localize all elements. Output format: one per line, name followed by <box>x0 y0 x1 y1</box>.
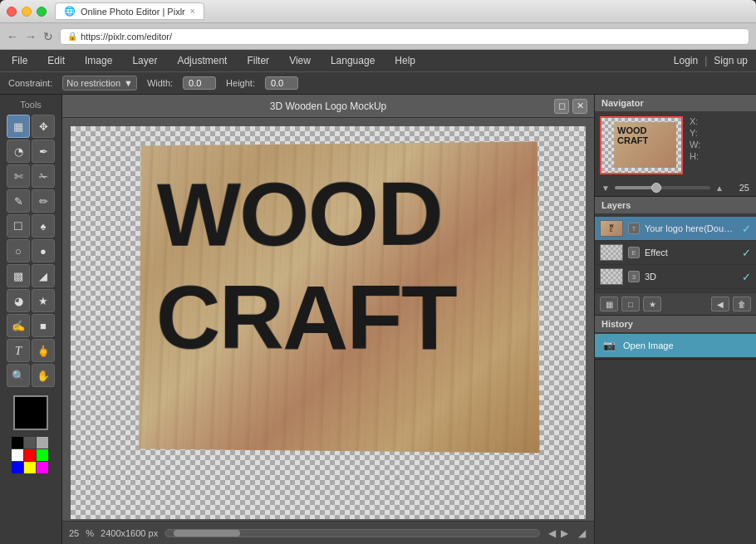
layer-thumb-text-0: WC <box>610 224 614 233</box>
scroll-left-button[interactable]: ◀ <box>547 527 557 539</box>
slice-tool[interactable]: ✁ <box>32 164 55 188</box>
menu-help[interactable]: Help <box>391 53 419 68</box>
browser-tab[interactable]: 🌐 Online Photo Editor | Pixlr × <box>55 2 204 20</box>
menu-separator: | <box>704 55 707 66</box>
layer-row-2[interactable]: 3 3D ✓ <box>595 265 756 289</box>
layers-mask-button[interactable]: □ <box>621 297 640 311</box>
crop-tool[interactable]: ✄ <box>7 164 30 188</box>
menu-auth: Login | Sign up <box>674 55 748 66</box>
horizontal-scrollbar[interactable] <box>164 529 540 537</box>
pencil-tool[interactable]: ✏ <box>32 189 55 213</box>
smudge-tool[interactable]: ★ <box>32 289 55 312</box>
back-button[interactable]: ← <box>7 30 18 43</box>
menu-adjustment[interactable]: Adjustment <box>174 53 230 68</box>
eyedropper-tool[interactable]: 🖕 <box>32 339 55 362</box>
color-cell-7[interactable] <box>24 462 36 473</box>
menu-image[interactable]: Image <box>81 53 115 68</box>
layer-thumb-1 <box>600 244 623 261</box>
constraint-dropdown-icon: ▼ <box>124 78 133 88</box>
color-cell-6[interactable] <box>12 462 23 473</box>
menu-view[interactable]: View <box>286 53 314 68</box>
color-cell-1[interactable] <box>24 437 36 448</box>
navigator-content: WOODCRAFT X: Y: W: <box>595 111 756 179</box>
gradient-tool[interactable]: ▩ <box>7 264 30 287</box>
pen-tool[interactable]: ✍ <box>7 314 30 337</box>
history-item-0[interactable]: 📷 Open Image <box>595 334 756 357</box>
magic-wand-tool[interactable]: ✒ <box>32 140 55 163</box>
canvas-wrapper[interactable]: WOOD CRAFT 25 % 2400x1600 px ◀ ▶ ◢ <box>62 118 594 544</box>
menu-layer[interactable]: Layer <box>129 53 160 68</box>
login-button[interactable]: Login <box>674 55 698 66</box>
scroll-thumb[interactable] <box>174 530 240 537</box>
color-cell-5[interactable] <box>37 449 48 461</box>
constraint-select[interactable]: No restriction ▼ <box>62 76 137 91</box>
tool-row-5: ☐ ♠ <box>3 214 58 238</box>
color-cell-2[interactable] <box>37 437 48 448</box>
color-cell-8[interactable] <box>37 462 48 473</box>
tab-spacer <box>208 10 374 13</box>
brush-tool[interactable]: ✎ <box>7 189 30 213</box>
forward-button[interactable]: → <box>25 30 37 43</box>
shape-tool[interactable]: ■ <box>32 314 55 337</box>
nav-h-row: H: <box>690 151 704 161</box>
refresh-button[interactable]: ↻ <box>43 30 53 43</box>
tab-close-button[interactable]: × <box>190 7 195 16</box>
checkerboard-bg: WOOD CRAFT <box>71 126 586 519</box>
width-value[interactable]: 0.0 <box>183 76 216 90</box>
scroll-arrows: ◀ ▶ <box>547 527 570 539</box>
layer-visible-2[interactable]: ✓ <box>742 271 751 283</box>
menu-language[interactable]: Language <box>327 53 378 68</box>
eraser-tool[interactable]: ☐ <box>7 214 30 238</box>
dodge-tool[interactable]: ○ <box>7 239 30 262</box>
signup-button[interactable]: Sign up <box>714 55 748 66</box>
canvas-close-button[interactable]: ✕ <box>572 99 587 114</box>
zoom-decrease-button[interactable]: ▼ <box>601 184 610 193</box>
scroll-corner-button[interactable]: ◢ <box>577 527 587 539</box>
hand-tool[interactable]: ✋ <box>32 364 55 387</box>
scroll-right-button[interactable]: ▶ <box>559 527 570 539</box>
zoom-tool[interactable]: 🔍 <box>7 364 30 387</box>
nav-thumb-wood: WOODCRAFT <box>614 122 676 168</box>
text-tool[interactable]: T <box>7 339 30 362</box>
layer-visible-0[interactable]: ✓ <box>742 223 751 235</box>
move-tool[interactable]: ✥ <box>32 115 55 138</box>
blur-tool[interactable]: ◕ <box>7 289 30 312</box>
maximize-button[interactable] <box>37 7 47 17</box>
fill-tool[interactable]: ◢ <box>32 264 55 287</box>
menu-edit[interactable]: Edit <box>44 53 68 68</box>
color-cell-0[interactable] <box>12 437 23 448</box>
constraint-value: No restriction <box>66 78 120 88</box>
history-content: 📷 Open Image <box>595 332 756 359</box>
height-value[interactable]: 0.0 <box>265 76 298 90</box>
layer-row-1[interactable]: E Effect ✓ <box>595 241 756 265</box>
foreground-color-swatch[interactable] <box>13 395 48 430</box>
color-cell-4[interactable] <box>24 449 36 461</box>
address-field[interactable]: 🔒 https://pixlr.com/editor/ <box>60 28 749 45</box>
layer-visible-1[interactable]: ✓ <box>742 247 751 259</box>
close-button[interactable] <box>7 7 17 17</box>
layer-name-2: 3D <box>645 272 737 282</box>
menu-filter[interactable]: Filter <box>243 53 272 68</box>
color-cell-3[interactable] <box>12 449 23 461</box>
burn-tool[interactable]: ● <box>32 239 55 262</box>
right-panel: Navigator WOODCRAFT X: Y: <box>594 95 756 544</box>
canvas-titlebar: 3D Wooden Logo MockUp ◻ ✕ <box>62 95 594 118</box>
menu-file[interactable]: File <box>8 53 31 68</box>
lasso-tool[interactable]: ◔ <box>7 140 30 163</box>
layers-title: Layers <box>595 197 756 213</box>
canvas-expand-button[interactable]: ◻ <box>554 99 569 114</box>
layers-delete-button[interactable]: 🗑 <box>733 297 751 311</box>
zoom-slider-thumb[interactable] <box>651 183 661 193</box>
minimize-button[interactable] <box>22 7 32 17</box>
stamp-tool[interactable]: ♠ <box>32 214 55 238</box>
history-label-0: Open Image <box>623 341 674 350</box>
navigator-thumbnail[interactable]: WOODCRAFT <box>600 116 683 174</box>
layers-new-button[interactable]: ◀ <box>711 297 729 311</box>
zoom-slider[interactable] <box>615 186 710 189</box>
layer-row-0[interactable]: WC T Your logo here(Double c ✓ <box>595 217 756 241</box>
select-tool[interactable]: ▦ <box>7 115 30 138</box>
layers-fx-button[interactable]: ★ <box>643 297 661 311</box>
color-grid <box>12 437 50 473</box>
layers-add-group-button[interactable]: ▦ <box>600 297 618 311</box>
zoom-increase-button[interactable]: ▲ <box>715 184 724 193</box>
